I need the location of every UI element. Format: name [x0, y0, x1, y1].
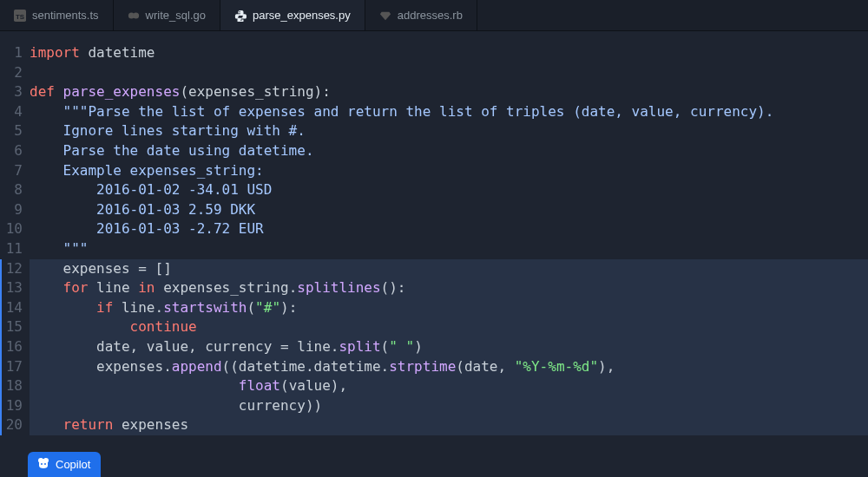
line-number: 8 — [0, 180, 23, 200]
tab-label: addresses.rb — [398, 9, 463, 22]
code-line[interactable]: date, value, currency = line.split(" ") — [30, 337, 868, 357]
copilot-icon — [36, 456, 50, 473]
line-number: 11 — [0, 239, 23, 259]
tab-write-sql[interactable]: write_sql.go — [114, 0, 220, 30]
code-line[interactable]: continue — [30, 317, 868, 337]
line-number: 14 — [0, 298, 23, 318]
line-number: 3 — [0, 82, 23, 102]
code-line[interactable]: expenses = [] — [30, 259, 868, 279]
code-line[interactable]: Ignore lines starting with #. — [30, 121, 868, 141]
code-line[interactable]: float(value), — [30, 376, 868, 396]
line-number: 16 — [0, 337, 23, 357]
ruby-icon — [379, 10, 391, 22]
line-number: 19 — [0, 396, 23, 416]
tab-label: parse_expenses.py — [253, 9, 351, 22]
code-line[interactable]: if line.startswith("#"): — [30, 298, 868, 318]
code-area[interactable]: import datetime def parse_expenses(expen… — [30, 43, 868, 477]
code-line[interactable]: Parse the date using datetime. — [30, 141, 868, 161]
line-number: 17 — [0, 357, 23, 377]
copilot-button[interactable]: Copilot — [28, 452, 101, 477]
tab-label: sentiments.ts — [32, 9, 99, 22]
line-number: 20 — [0, 415, 23, 435]
tab-addresses[interactable]: addresses.rb — [365, 0, 477, 30]
code-line[interactable]: 2016-01-03 2.59 DKK — [30, 200, 868, 220]
code-line[interactable]: 2016-01-03 -2.72 EUR — [30, 219, 868, 239]
line-number: 5 — [0, 121, 23, 141]
svg-text:TS: TS — [16, 12, 24, 20]
code-line[interactable]: currency)) — [30, 396, 868, 416]
line-number-gutter: 1234567891011121314151617181920 — [0, 43, 30, 477]
code-line[interactable]: """Parse the list of expenses and return… — [30, 102, 868, 122]
code-line[interactable]: Example expenses_string: — [30, 161, 868, 181]
line-number: 13 — [0, 278, 23, 298]
code-line[interactable]: """ — [30, 239, 868, 259]
code-line[interactable] — [30, 63, 868, 83]
line-number: 18 — [0, 376, 23, 396]
code-line[interactable]: for line in expenses_string.splitlines()… — [30, 278, 868, 298]
svg-point-3 — [133, 12, 139, 18]
go-icon — [128, 10, 140, 22]
line-number: 4 — [0, 102, 23, 122]
line-number: 10 — [0, 219, 23, 239]
code-line[interactable]: expenses.append((datetime.datetime.strpt… — [30, 357, 868, 377]
tab-bar: TS sentiments.ts write_sql.go parse_expe… — [0, 0, 868, 31]
line-number: 9 — [0, 200, 23, 220]
line-number: 1 — [0, 43, 23, 63]
tab-sentiments[interactable]: TS sentiments.ts — [0, 0, 114, 30]
copilot-label: Copilot — [56, 458, 90, 471]
code-line[interactable]: return expenses — [30, 415, 868, 435]
tab-label: write_sql.go — [146, 9, 206, 22]
line-number: 12 — [0, 259, 23, 279]
line-number: 15 — [0, 317, 23, 337]
tab-parse-expenses[interactable]: parse_expenses.py — [220, 0, 365, 30]
ts-icon: TS — [14, 10, 26, 22]
line-number: 6 — [0, 141, 23, 161]
code-line[interactable]: def parse_expenses(expenses_string): — [30, 82, 868, 102]
python-icon — [234, 10, 247, 22]
code-line[interactable]: 2016-01-02 -34.01 USD — [30, 180, 868, 200]
code-editor[interactable]: 1234567891011121314151617181920 import d… — [0, 31, 868, 477]
line-number: 7 — [0, 161, 23, 181]
line-number: 2 — [0, 63, 23, 83]
code-line[interactable]: import datetime — [30, 43, 868, 63]
